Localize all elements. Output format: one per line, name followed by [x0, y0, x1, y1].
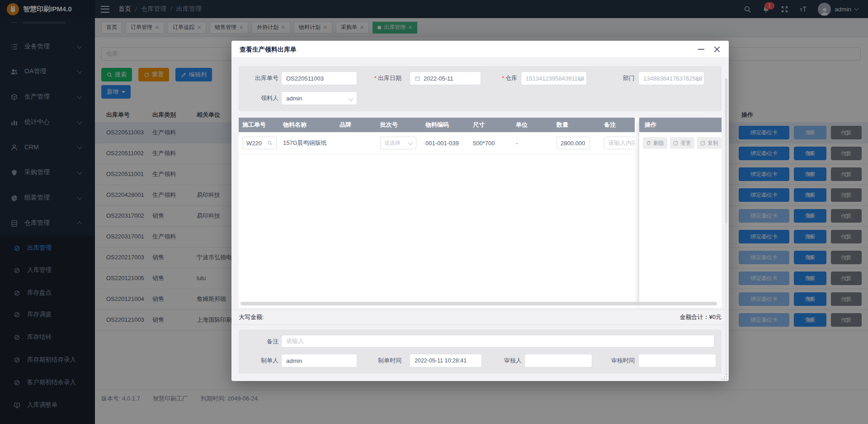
button-label: 复制 — [708, 139, 718, 147]
work-order-input[interactable]: W220 — [242, 137, 277, 149]
select-placeholder: 请选择 — [384, 139, 401, 147]
batch-select[interactable]: 请选择 — [380, 137, 416, 149]
input-value: 2800.000 — [561, 140, 585, 147]
trash-icon — [646, 140, 651, 146]
label-text: 领料人 — [261, 95, 278, 101]
col-batch: 批次号 — [377, 118, 422, 132]
department-label: 部门 — [602, 71, 635, 85]
required-mark: * — [374, 75, 377, 81]
cell-size: 500*700 — [473, 140, 495, 147]
detail-table-header: 施工单号 物料名称 品牌 批次号 物料编码 尺寸 单位 数量 备注 — [239, 118, 635, 132]
remark-input[interactable]: 请输入 — [281, 335, 714, 348]
order-no-label: 出库单号 — [239, 71, 278, 85]
chevron-down-icon — [408, 140, 413, 145]
audit-time-label: 审核时间 — [599, 354, 635, 367]
modal-body: 出库单号 OS220511003 *出库日期 2022-05-11 *仓库 15… — [231, 58, 729, 381]
picker-select[interactable]: admin — [281, 91, 357, 105]
modal-header: 查看生产领料出库单 — [231, 41, 729, 58]
search-icon[interactable] — [267, 140, 273, 146]
label-text: 制单人 — [261, 357, 278, 364]
label-text: 仓库 — [505, 75, 517, 81]
detail-table-row: W220 157G晨鸣铜版纸 请选择 001-001-03 — [239, 132, 635, 154]
copy-icon — [700, 140, 706, 146]
operations-sticky-column: 操作 删除 变更 复制 — [639, 118, 722, 308]
creator-input[interactable]: admin — [281, 354, 357, 367]
minimize-icon[interactable] — [698, 49, 704, 50]
quantity-input[interactable]: 2800.000 — [557, 137, 590, 149]
order-no-input[interactable]: OS220511003 — [281, 71, 357, 85]
auditor-label: 审核人 — [490, 354, 522, 367]
cell-material-code: 001-001-039 — [425, 140, 459, 147]
input-value: W220 — [246, 140, 262, 147]
audit-info-card: 备注 请输入 制单人 admin 制单时间 2022-05-11 10:28:4… — [239, 329, 722, 374]
calendar-icon — [415, 76, 420, 81]
label-text: 制单时间 — [378, 357, 401, 364]
row-remark-input[interactable]: 请输入内容 — [604, 137, 635, 149]
material-detail-table: 施工单号 物料名称 品牌 批次号 物料编码 尺寸 单位 数量 备注 W220 — [239, 118, 722, 308]
resize-handle[interactable] — [722, 374, 727, 380]
department-select[interactable]: 134883641763762588 — [638, 71, 704, 85]
select-value: admin — [286, 95, 302, 102]
order-info-card: 出库单号 OS220511003 *出库日期 2022-05-11 *仓库 15… — [239, 66, 722, 111]
input-value: 2022-05-11 — [424, 75, 453, 82]
input-placeholder: 请输入内容 — [608, 139, 635, 147]
label-text: 出库日期 — [378, 75, 401, 81]
label-text: 备注 — [267, 338, 278, 345]
input-value: OS220511003 — [286, 75, 324, 82]
table-scroll-area: 施工单号 物料名称 品牌 批次号 物料编码 尺寸 单位 数量 备注 W220 — [239, 118, 635, 308]
create-time-label: 制单时间 — [355, 354, 401, 367]
required-mark: * — [502, 75, 504, 81]
select-value: 151341239584391168 — [526, 75, 584, 82]
picker-label: 领料人 — [239, 91, 278, 105]
label-text: 审核时间 — [611, 357, 635, 364]
horizontal-scrollbar[interactable] — [241, 302, 717, 305]
amount-strip: 大写金额: 金额合计：¥0元 — [231, 310, 729, 325]
col-material-code: 物料编码 — [422, 118, 469, 132]
button-label: 删除 — [653, 139, 664, 147]
cell-unit: - — [516, 140, 518, 147]
modal-title: 查看生产领料出库单 — [240, 41, 297, 58]
button-label: 变更 — [680, 139, 691, 147]
col-brand: 品牌 — [336, 118, 377, 132]
chevron-down-icon — [348, 96, 353, 101]
col-quantity: 数量 — [553, 118, 600, 132]
auditor-input[interactable] — [524, 354, 592, 367]
select-value: 134883641763762588 — [643, 75, 702, 82]
label-text: 出库单号 — [255, 75, 278, 81]
view-outbound-modal: 查看生产领料出库单 出库单号 OS220511003 *出库日期 2022-05… — [231, 41, 729, 381]
date-input[interactable]: 2022-05-11 — [410, 71, 481, 85]
label-text: 部门 — [623, 75, 635, 81]
input-value: admin — [286, 357, 302, 364]
warehouse-select[interactable]: 151341239584391168 — [521, 71, 587, 85]
col-operations: 操作 — [639, 118, 722, 132]
remark-label: 备注 — [239, 335, 278, 348]
col-remark: 备注 — [600, 118, 635, 132]
label-text: 审核人 — [504, 357, 522, 364]
warehouse-label: *仓库 — [481, 71, 517, 85]
app-screen: 智慧印刷IPM4.0 业务管理 OA管理 生产管理 统计中心 — [0, 0, 868, 424]
creator-label: 制单人 — [239, 354, 278, 367]
input-placeholder: 请输入 — [286, 337, 304, 345]
date-label: *出库日期 — [354, 71, 401, 85]
change-button[interactable]: 变更 — [670, 137, 694, 149]
edit-icon — [673, 140, 679, 146]
amount-total: 金额合计：¥0元 — [680, 310, 722, 324]
delete-button[interactable]: 删除 — [643, 137, 667, 149]
input-value: 2022-05-11 10:28:41 — [415, 357, 467, 364]
col-work-order: 施工单号 — [239, 118, 279, 132]
col-unit: 单位 — [512, 118, 553, 132]
col-material-name: 物料名称 — [279, 118, 336, 132]
amount-in-words-label: 大写金额: — [239, 310, 264, 324]
row-operations: 删除 变更 复制 — [639, 132, 722, 154]
col-size: 尺寸 — [469, 118, 512, 132]
modal-vertical-scrollbar[interactable] — [725, 78, 727, 376]
audit-time-input[interactable] — [638, 354, 716, 367]
close-icon[interactable] — [713, 46, 721, 53]
create-time-input[interactable]: 2022-05-11 10:28:41 — [410, 354, 482, 367]
copy-button[interactable]: 复制 — [697, 137, 722, 149]
cell-material-name: 157G晨鸣铜版纸 — [283, 139, 327, 146]
